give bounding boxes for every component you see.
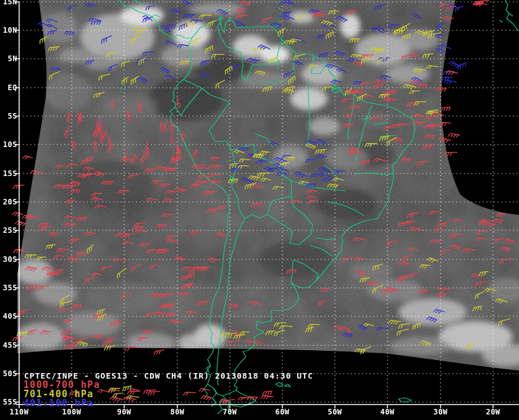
legend-entry-high: 401-100 hPa — [23, 399, 94, 408]
lat-label: 20S — [0, 198, 17, 206]
lon-label: 40W — [380, 408, 394, 416]
west-africa-coastline — [500, 0, 519, 31]
lat-label: 50S — [0, 369, 17, 378]
map-canvas — [0, 0, 519, 420]
lat-label: 5S — [0, 112, 17, 120]
lat-label: 35S — [0, 284, 17, 292]
wind-barb — [449, 61, 460, 69]
wind-barb — [22, 155, 33, 161]
lat-label: 15N — [0, 0, 17, 6]
lat-label: 25S — [0, 226, 17, 235]
lon-label: 50W — [327, 408, 342, 416]
lon-label: 90W — [117, 408, 131, 416]
lon-label: 70W — [222, 408, 237, 416]
lat-label: 55S — [0, 398, 17, 406]
lat-label: 30S — [0, 255, 17, 264]
satellite-wind-product: 15N10N5NEQ5S10S15S20S25S30S35S40S45S50S5… — [0, 0, 519, 420]
wind-barb — [153, 350, 164, 355]
wind-barb — [442, 77, 453, 81]
lon-label: 20W — [486, 408, 500, 416]
lon-label: 80W — [170, 408, 184, 416]
wind-barb — [12, 211, 23, 217]
lat-label: 5N — [0, 54, 17, 63]
lat-label: EQ — [0, 83, 17, 92]
wind-barb — [127, 391, 140, 395]
lon-label: 60W — [275, 408, 289, 416]
wind-barb — [201, 395, 212, 401]
wind-barb — [199, 388, 211, 393]
lon-label: 110W — [10, 408, 29, 416]
wind-barb — [444, 80, 457, 86]
wind-barb — [262, 391, 272, 395]
falkland-islands — [276, 382, 290, 387]
wind-barb — [448, 133, 460, 138]
wind-barb — [457, 62, 468, 69]
lon-label: 100W — [62, 408, 82, 416]
lat-label: 40S — [0, 312, 17, 321]
lon-label: 30W — [433, 408, 447, 416]
wind-barb — [261, 395, 274, 401]
lat-label: 15S — [0, 169, 17, 178]
satellite-ir-image — [0, 0, 519, 420]
wind-barb — [124, 396, 137, 403]
wind-barb — [441, 107, 450, 111]
lat-label: 45S — [0, 341, 17, 350]
lat-label: 10N — [0, 26, 17, 35]
south-georgia-island — [399, 398, 411, 402]
wind-barb — [184, 392, 196, 397]
lat-label: 10S — [0, 140, 17, 149]
